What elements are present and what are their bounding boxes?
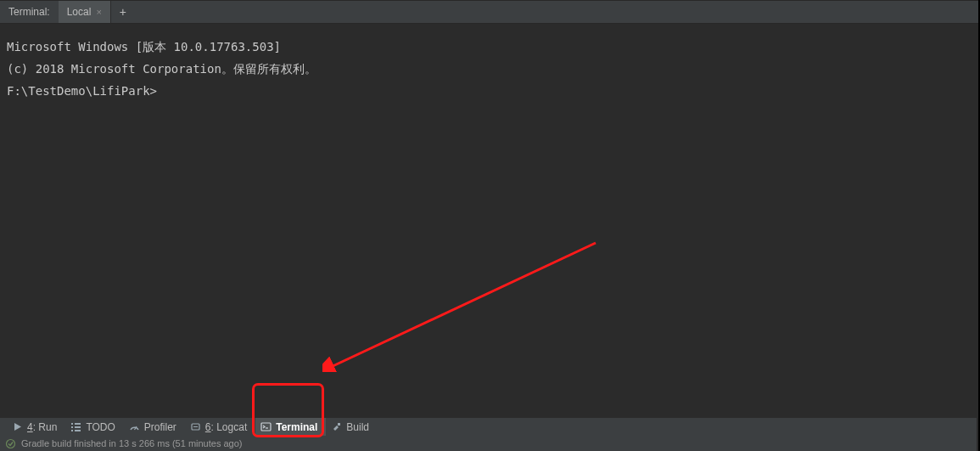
terminal-tab-row: Terminal: Local × + [0, 0, 978, 24]
tool-logcat[interactable]: 6: Logcat [185, 418, 255, 437]
svg-rect-3 [75, 426, 81, 428]
hammer-icon [331, 421, 342, 432]
terminal-line: F:\TestDemo\LifiPark> [7, 80, 972, 102]
tool-todo-label: TODO [86, 421, 115, 433]
svg-rect-2 [71, 426, 73, 428]
panel-label-text: Terminal: [8, 6, 50, 18]
tool-window-bar: 4: Run TODO Profiler 6: Logcat Terminal … [0, 417, 977, 436]
gauge-icon [129, 421, 140, 432]
tool-build[interactable]: Build [326, 418, 378, 437]
tool-terminal-label: Terminal [276, 421, 317, 433]
close-icon[interactable]: × [96, 7, 101, 17]
svg-rect-9 [261, 423, 271, 431]
terminal-output[interactable]: Microsoft Windows [版本 10.0.17763.503] (c… [0, 24, 978, 416]
svg-rect-0 [71, 423, 73, 425]
terminal-line: (c) 2018 Microsoft Corporation。保留所有权利。 [7, 58, 972, 80]
status-text: Gradle build finished in 13 s 266 ms (51… [21, 438, 242, 448]
terminal-icon [260, 421, 272, 432]
svg-rect-5 [75, 430, 81, 431]
tool-build-label: Build [346, 421, 369, 433]
svg-rect-1 [75, 423, 81, 425]
add-tab-button[interactable]: + [111, 1, 135, 23]
tool-terminal[interactable]: Terminal [255, 418, 326, 437]
terminal-tab-local[interactable]: Local × [59, 1, 111, 23]
logcat-icon [190, 421, 201, 432]
tool-run-label: 4: Run [27, 421, 57, 433]
tool-profiler[interactable]: Profiler [124, 418, 185, 437]
tool-run[interactable]: 4: Run [7, 418, 65, 437]
svg-point-12 [7, 439, 15, 448]
status-icon [5, 438, 16, 449]
tool-profiler-label: Profiler [144, 421, 176, 433]
list-icon [70, 421, 81, 432]
status-bar: Gradle build finished in 13 s 266 ms (51… [0, 436, 977, 451]
play-icon [12, 421, 23, 432]
svg-rect-4 [71, 430, 73, 431]
svg-rect-11 [338, 423, 340, 426]
terminal-line: Microsoft Windows [版本 10.0.17763.503] [7, 36, 972, 58]
plus-icon: + [120, 5, 126, 19]
tool-logcat-label: 6: Logcat [205, 421, 247, 433]
terminal-panel-label: Terminal: [0, 1, 59, 23]
tool-todo[interactable]: TODO [65, 418, 123, 437]
tab-label: Local [67, 6, 92, 18]
